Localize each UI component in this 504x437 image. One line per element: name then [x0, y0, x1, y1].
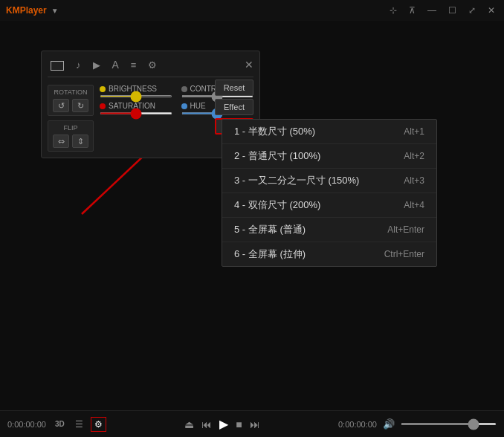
menu-item-100-label: 2 - 普通尺寸 (100%) — [234, 149, 389, 163]
menu-item-fullscreen-normal-shortcut: Alt+Enter — [387, 224, 424, 235]
panel-tabs: ♪ ▶ A ≡ ⚙ ✕ — [48, 57, 253, 77]
rotation-label: ROTATION — [53, 88, 88, 96]
tab-text[interactable]: A — [109, 57, 122, 72]
stop-btn[interactable]: ■ — [236, 418, 242, 430]
menu-item-150-label: 3 - 一又二分之一尺寸 (150%) — [234, 174, 389, 187]
tab-audio[interactable]: ♪ — [73, 58, 84, 72]
close-btn[interactable]: ✕ — [485, 4, 498, 17]
rotation-section: ROTATION ↺ ↻ — [48, 85, 94, 116]
playback-controls: ⏏ ⏮ ▶ ■ ⏭ — [184, 417, 259, 431]
brightness-group: BRIGHTNESS — [100, 85, 172, 97]
flip-label: FLIP — [53, 124, 88, 132]
menu-item-200-label: 4 - 双倍尺寸 (200%) — [234, 198, 389, 212]
volume-icon[interactable]: 🔊 — [383, 418, 395, 430]
tab-play[interactable]: ▶ — [90, 58, 103, 72]
screen-dropdown-menu: 1 - 半数尺寸 (50%) Alt+1 2 - 普通尺寸 (100%) Alt… — [222, 119, 437, 267]
settings-btn[interactable]: ⚙ — [91, 417, 106, 432]
brightness-slider[interactable] — [100, 95, 172, 97]
rotate-right-btn[interactable]: ↻ — [72, 99, 88, 112]
next-track-btn[interactable]: ⏭ — [250, 418, 260, 430]
pin-btn[interactable]: ⊹ — [387, 4, 400, 17]
minimize-btn[interactable]: — — [424, 4, 439, 17]
restore-btn[interactable]: ☐ — [445, 4, 459, 17]
saturation-slider[interactable] — [100, 112, 172, 114]
time-elapsed: 0:00:00:00 — [7, 420, 46, 429]
3d-btn[interactable]: 3D — [52, 418, 68, 430]
panel-close-btn[interactable]: ✕ — [245, 59, 253, 71]
menu-item-fullscreen-stretch-shortcut: Ctrl+Enter — [384, 249, 424, 259]
play-pause-btn[interactable]: ▶ — [219, 417, 228, 431]
title-bar-right: ⊹ ⊼ — ☐ ⤢ ✕ — [387, 4, 498, 17]
menu-item-50[interactable]: 1 - 半数尺寸 (50%) Alt+1 — [222, 120, 436, 144]
tab-screen[interactable] — [48, 57, 67, 71]
menu-item-200[interactable]: 4 - 双倍尺寸 (200%) Alt+4 — [222, 193, 436, 218]
time-total: 0:00:00:00 — [338, 420, 377, 429]
tab-menu[interactable]: ≡ — [128, 58, 140, 72]
main-area: ♪ ▶ A ≡ ⚙ ✕ ROTATION ↺ ↻ FLIP — [0, 21, 504, 410]
eject-btn[interactable]: ⏏ — [184, 418, 194, 430]
menu-item-fullscreen-normal[interactable]: 5 - 全屏幕 (普通) Alt+Enter — [222, 218, 436, 242]
volume-slider[interactable] — [401, 423, 497, 425]
bottom-icons: 3D ☰ ⚙ — [52, 417, 106, 432]
menu-item-fullscreen-stretch-label: 6 - 全屏幕 (拉伸) — [234, 247, 369, 261]
menu-item-100[interactable]: 2 - 普通尺寸 (100%) Alt+2 — [222, 144, 436, 169]
flip-v-btn[interactable]: ⇕ — [72, 135, 88, 148]
menu-item-50-shortcut: Alt+1 — [404, 126, 424, 137]
menu-item-200-shortcut: Alt+4 — [404, 200, 424, 210]
title-bar-left: KMPlayer ▼ — [6, 5, 59, 16]
bottom-right: 0:00:00:00 🔊 — [338, 418, 497, 430]
expand-btn[interactable]: ⤢ — [465, 4, 479, 17]
menu-item-fullscreen-stretch[interactable]: 6 - 全屏幕 (拉伸) Ctrl+Enter — [222, 242, 436, 266]
effect-button[interactable]: Effect — [215, 99, 253, 115]
menu-item-fullscreen-normal-label: 5 - 全屏幕 (普通) — [234, 223, 372, 236]
bottom-bar: 0:00:00:00 3D ☰ ⚙ ⏏ ⏮ ▶ ■ ⏭ 0:00:00:00 🔊 — [0, 410, 504, 437]
flip-section: FLIP ⇔ ⇕ — [48, 120, 94, 152]
reset-button[interactable]: Reset — [215, 80, 253, 96]
menu-item-150-shortcut: Alt+3 — [404, 175, 424, 186]
playlist-btn[interactable]: ☰ — [72, 418, 86, 431]
title-dropdown-icon[interactable]: ▼ — [51, 7, 59, 15]
flip-h-btn[interactable]: ⇔ — [53, 135, 69, 148]
menu-item-100-shortcut: Alt+2 — [404, 151, 424, 161]
saturation-group: SATURATION — [100, 102, 172, 114]
menu-item-150[interactable]: 3 - 一又二分之一尺寸 (150%) Alt+3 — [222, 169, 436, 193]
prev-btn[interactable]: ⊼ — [406, 4, 419, 17]
prev-track-btn[interactable]: ⏮ — [201, 418, 212, 430]
title-bar: KMPlayer ▼ ⊹ ⊼ — ☐ ⤢ ✕ — [0, 0, 504, 21]
app-logo: KMPlayer — [6, 5, 47, 16]
tab-settings[interactable]: ⚙ — [145, 58, 160, 72]
menu-item-50-label: 1 - 半数尺寸 (50%) — [234, 125, 389, 138]
bottom-left: 0:00:00:00 3D ☰ ⚙ — [7, 417, 106, 432]
rotate-left-btn[interactable]: ↺ — [53, 99, 69, 112]
